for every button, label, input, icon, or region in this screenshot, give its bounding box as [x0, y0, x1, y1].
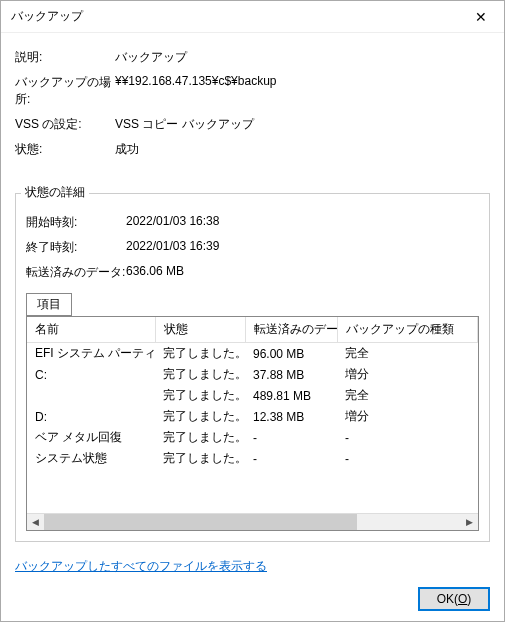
transferred-label: 転送済みのデータ: [26, 260, 126, 285]
cell-name: EFI システム パーティション [27, 343, 155, 365]
details-group-label: 状態の詳細 [21, 184, 89, 201]
cell-type: 増分 [337, 406, 478, 427]
cell-name [27, 385, 155, 406]
desc-label: 説明: [15, 45, 115, 70]
table-row[interactable]: システム状態完了しました。-- [27, 448, 478, 469]
cell-type: 増分 [337, 364, 478, 385]
table-row[interactable]: 完了しました。489.81 MB完全 [27, 385, 478, 406]
cell-data: 12.38 MB [245, 406, 337, 427]
items-table-container: 名前 状態 転送済みのデータ バックアップの種類 EFI システム パーティショ… [26, 316, 479, 531]
tab-items[interactable]: 項目 [26, 293, 72, 316]
cell-name: D: [27, 406, 155, 427]
cell-status: 完了しました。 [155, 343, 245, 365]
scroll-thumb[interactable] [44, 514, 357, 530]
scroll-right-button[interactable]: ▶ [461, 514, 478, 530]
close-button[interactable]: ✕ [458, 1, 504, 33]
link-row: バックアップしたすべてのファイルを表示する [15, 558, 490, 575]
scroll-track[interactable] [44, 514, 461, 530]
start-label: 開始時刻: [26, 210, 126, 235]
desc-value: バックアップ [115, 45, 490, 70]
vss-label: VSS の設定: [15, 112, 115, 137]
location-label: バックアップの場所: [15, 70, 115, 112]
col-header-type[interactable]: バックアップの種類 [337, 317, 478, 343]
col-header-name[interactable]: 名前 [27, 317, 155, 343]
end-value: 2022/01/03 16:39 [126, 235, 479, 260]
ok-button-label: OK(O) [437, 592, 472, 606]
ok-button[interactable]: OK(O) [418, 587, 490, 611]
button-row: OK(O) [15, 587, 490, 611]
location-value: ¥¥192.168.47.135¥c$¥backup [115, 70, 490, 112]
cell-status: 完了しました。 [155, 427, 245, 448]
cell-data: 96.00 MB [245, 343, 337, 365]
cell-type: - [337, 448, 478, 469]
cell-data: - [245, 427, 337, 448]
titlebar: バックアップ ✕ [1, 1, 504, 33]
table-row[interactable]: D:完了しました。12.38 MB増分 [27, 406, 478, 427]
cell-name: C: [27, 364, 155, 385]
summary-table: 説明: バックアップ バックアップの場所: ¥¥192.168.47.135¥c… [15, 45, 490, 162]
status-label: 状態: [15, 137, 115, 162]
cell-type: - [337, 427, 478, 448]
col-header-data[interactable]: 転送済みのデータ [245, 317, 337, 343]
col-header-status[interactable]: 状態 [155, 317, 245, 343]
cell-data: 489.81 MB [245, 385, 337, 406]
table-row[interactable]: ベア メタル回復完了しました。-- [27, 427, 478, 448]
close-icon: ✕ [475, 9, 487, 25]
cell-type: 完全 [337, 385, 478, 406]
vss-value: VSS コピー バックアップ [115, 112, 490, 137]
show-all-files-link[interactable]: バックアップしたすべてのファイルを表示する [15, 559, 267, 573]
dialog-window: バックアップ ✕ 説明: バックアップ バックアップの場所: ¥¥192.168… [0, 0, 505, 622]
cell-status: 完了しました。 [155, 385, 245, 406]
cell-data: - [245, 448, 337, 469]
cell-status: 完了しました。 [155, 448, 245, 469]
end-label: 終了時刻: [26, 235, 126, 260]
content-area: 説明: バックアップ バックアップの場所: ¥¥192.168.47.135¥c… [1, 33, 504, 621]
cell-data: 37.88 MB [245, 364, 337, 385]
cell-status: 完了しました。 [155, 406, 245, 427]
items-table: 名前 状態 転送済みのデータ バックアップの種類 EFI システム パーティショ… [27, 317, 478, 469]
start-value: 2022/01/03 16:38 [126, 210, 479, 235]
details-group-box: 開始時刻: 2022/01/03 16:38 終了時刻: 2022/01/03 … [15, 193, 490, 542]
table-row[interactable]: C:完了しました。37.88 MB増分 [27, 364, 478, 385]
transferred-value: 636.06 MB [126, 260, 479, 285]
window-title: バックアップ [11, 8, 458, 25]
table-row[interactable]: EFI システム パーティション完了しました。96.00 MB完全 [27, 343, 478, 365]
cell-name: システム状態 [27, 448, 155, 469]
details-group: 状態の詳細 開始時刻: 2022/01/03 16:38 終了時刻: 2022/… [15, 176, 490, 542]
cell-type: 完全 [337, 343, 478, 365]
details-summary: 開始時刻: 2022/01/03 16:38 終了時刻: 2022/01/03 … [26, 210, 479, 285]
scroll-left-button[interactable]: ◀ [27, 514, 44, 530]
cell-status: 完了しました。 [155, 364, 245, 385]
horizontal-scrollbar[interactable]: ◀ ▶ [27, 513, 478, 530]
status-value: 成功 [115, 137, 490, 162]
cell-name: ベア メタル回復 [27, 427, 155, 448]
